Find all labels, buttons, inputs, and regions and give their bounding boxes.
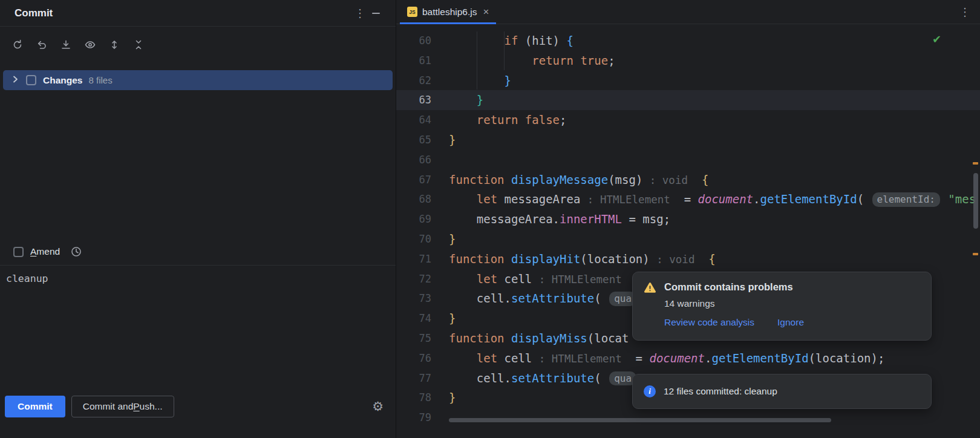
tab-label: battleship6.js xyxy=(422,7,477,18)
editor-body[interactable]: 60 if (hit) {61 return true;62 }63 }64 r… xyxy=(396,24,980,438)
code-line[interactable]: 64 return false; xyxy=(396,110,980,130)
javascript-file-icon: JS xyxy=(407,7,417,17)
amend-label[interactable]: Amend xyxy=(30,246,60,257)
code-line-text: cell.setAttribute( qua xyxy=(431,289,638,309)
commit-panel-header: Commit ⋮ xyxy=(0,0,396,27)
code-line[interactable]: 76 let cell : HTMLElement = document.get… xyxy=(396,348,980,368)
info-icon: i xyxy=(644,385,656,397)
show-diff-button[interactable] xyxy=(82,37,98,53)
line-number[interactable]: 65 xyxy=(396,130,431,150)
collapse-all-button[interactable] xyxy=(131,37,146,53)
code-line-text: } xyxy=(431,71,511,91)
line-number[interactable]: 74 xyxy=(396,309,431,328)
ignore-link[interactable]: Ignore xyxy=(777,317,804,328)
code-line-text: let messageArea : HTMLElement = document… xyxy=(431,189,976,209)
hide-panel-button[interactable] xyxy=(368,5,384,21)
refresh-button[interactable] xyxy=(10,37,25,53)
line-number[interactable]: 68 xyxy=(396,189,431,209)
commit-settings-button[interactable]: ⚙ xyxy=(372,396,386,417)
commit-history-button[interactable] xyxy=(68,244,84,260)
line-number[interactable]: 61 xyxy=(396,51,431,71)
files-committed-notification: i 12 files committed: cleanup xyxy=(632,374,932,409)
kebab-icon: ⋮ xyxy=(354,7,365,20)
code-line-text: let cell : HTMLElement xyxy=(431,269,622,289)
expand-all-icon xyxy=(108,39,120,51)
line-number[interactable]: 66 xyxy=(396,150,431,170)
code-line[interactable]: 69 messageArea.innerHTML = msg; xyxy=(396,209,980,229)
code-line-text: cell.setAttribute( qua xyxy=(431,368,638,388)
code-line-text: } xyxy=(431,388,456,408)
tab-battleship6[interactable]: JS battleship6.js × xyxy=(400,0,496,24)
line-number[interactable]: 67 xyxy=(396,170,431,190)
code-line[interactable]: 70} xyxy=(396,229,980,249)
refresh-icon xyxy=(11,39,24,51)
inspections-ok-check-icon[interactable]: ✔ xyxy=(932,33,941,45)
amend-row: Amend xyxy=(0,238,396,265)
line-number[interactable]: 72 xyxy=(396,269,431,289)
editor-pane: JS battleship6.js × ⋮ 60 if (hit) {61 re… xyxy=(396,0,980,438)
line-number[interactable]: 71 xyxy=(396,249,431,269)
code-line[interactable]: 62 } xyxy=(396,71,980,91)
code-area: 60 if (hit) {61 return true;62 }63 }64 r… xyxy=(396,31,980,428)
code-line-text: } xyxy=(431,130,456,150)
chevron-right-icon[interactable] xyxy=(10,74,20,87)
line-number[interactable]: 76 xyxy=(396,348,431,368)
commit-button[interactable]: Commit xyxy=(5,396,65,417)
code-line-text: } xyxy=(431,309,456,328)
horizontal-scrollbar[interactable] xyxy=(449,418,831,422)
code-line-text: function displayMessage(msg) : void { xyxy=(431,170,708,190)
rollback-button[interactable] xyxy=(34,37,50,53)
line-number[interactable]: 73 xyxy=(396,289,431,309)
panel-options-button[interactable]: ⋮ xyxy=(352,5,368,21)
notification-body: 14 warnings xyxy=(664,298,804,309)
line-number[interactable]: 70 xyxy=(396,229,431,249)
changes-label: Changes xyxy=(43,75,82,86)
commit-message-input[interactable]: cleanup xyxy=(0,265,396,386)
code-line[interactable]: 66 xyxy=(396,150,980,170)
close-tab-icon[interactable]: × xyxy=(483,7,489,17)
commit-and-push-button[interactable]: Commit and Push... xyxy=(71,396,174,417)
notification-message: 12 files committed: cleanup xyxy=(664,386,777,397)
editor-options-button[interactable]: ⋮ xyxy=(957,4,973,20)
code-line[interactable]: 71function displayHit(location) : void { xyxy=(396,249,980,269)
code-line-text: } xyxy=(431,90,483,110)
commit-tool-window: Commit ⋮ xyxy=(0,0,396,438)
line-number[interactable]: 77 xyxy=(396,368,431,388)
kebab-icon: ⋮ xyxy=(959,5,970,19)
panel-title: Commit xyxy=(15,7,53,19)
code-line[interactable]: 63 } xyxy=(396,90,980,110)
indent-guide xyxy=(504,31,505,70)
ide-window: Commit ⋮ xyxy=(0,0,980,438)
expand-all-button[interactable] xyxy=(106,37,122,53)
line-number[interactable]: 64 xyxy=(396,110,431,130)
line-number[interactable]: 78 xyxy=(396,388,431,408)
amend-checkbox[interactable] xyxy=(13,247,24,257)
vertical-scrollbar[interactable] xyxy=(973,173,978,229)
code-line-text: return false; xyxy=(431,110,567,130)
code-line[interactable]: 60 if (hit) { xyxy=(396,31,980,51)
shelve-button[interactable] xyxy=(58,37,74,53)
collapse-all-icon xyxy=(132,39,145,51)
code-line[interactable]: 65} xyxy=(396,130,980,150)
gear-icon: ⚙ xyxy=(372,399,384,413)
code-line[interactable]: 68 let messageArea : HTMLElement = docum… xyxy=(396,189,980,209)
code-line[interactable]: 61 return true; xyxy=(396,51,980,71)
line-number[interactable]: 62 xyxy=(396,71,431,91)
code-line-text: } xyxy=(431,229,456,249)
warning-stripe-mark[interactable] xyxy=(973,253,978,255)
line-number[interactable]: 63 xyxy=(396,90,431,110)
line-number[interactable]: 69 xyxy=(396,209,431,229)
line-number[interactable]: 75 xyxy=(396,328,431,348)
editor-tab-bar: JS battleship6.js × ⋮ xyxy=(396,0,980,24)
line-number[interactable]: 79 xyxy=(396,408,431,428)
shelve-icon xyxy=(60,39,72,51)
commit-actions-footer: Commit Commit and Push... ⚙ xyxy=(0,386,396,438)
warning-icon xyxy=(644,282,656,293)
changes-checkbox[interactable] xyxy=(26,75,36,85)
line-number[interactable]: 60 xyxy=(396,31,431,51)
warning-stripe-mark[interactable] xyxy=(973,162,978,165)
review-code-analysis-link[interactable]: Review code analysis xyxy=(664,317,754,328)
changes-tree-node[interactable]: Changes 8 files xyxy=(3,70,393,90)
commit-toolbar xyxy=(0,27,396,63)
code-line[interactable]: 67function displayMessage(msg) : void { xyxy=(396,170,980,190)
